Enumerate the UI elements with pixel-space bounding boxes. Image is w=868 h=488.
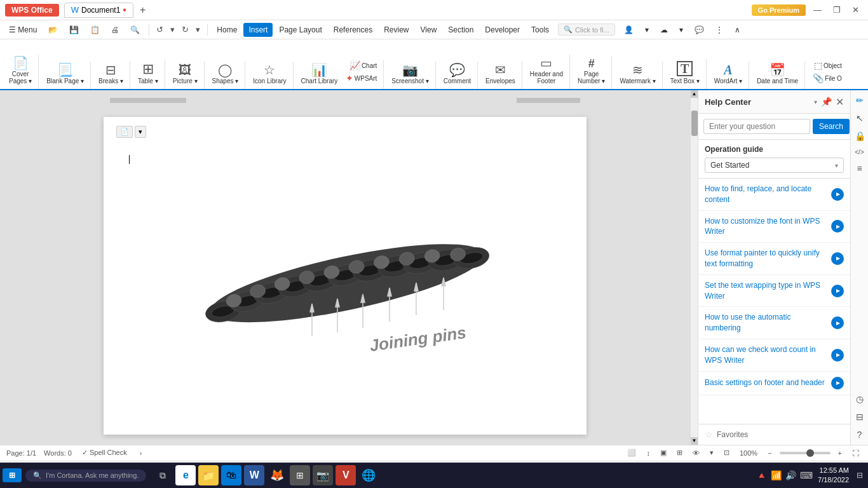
shapes-button[interactable]: ◯ Shapes ▾: [210, 62, 241, 86]
tools-menu[interactable]: Tools: [526, 23, 554, 37]
textbox-button[interactable]: T Text Box ▾: [668, 59, 702, 86]
minimize-button[interactable]: —: [810, 4, 825, 16]
help-search-button[interactable]: Search: [813, 119, 850, 134]
object-button[interactable]: ⬚ Object: [810, 60, 844, 71]
wordart-button[interactable]: A WordArt ▾: [712, 62, 745, 86]
store-taskbar-icon[interactable]: 🛍: [221, 465, 241, 485]
add-tab-button[interactable]: +: [136, 4, 149, 16]
collapse-ribbon[interactable]: ∧: [729, 23, 745, 37]
table-button[interactable]: ⊞ Table ▾: [135, 60, 161, 86]
menu-hamburger[interactable]: ☰ Menu: [4, 23, 42, 37]
toolbar-saveas[interactable]: 📋: [85, 23, 105, 37]
pin-icon[interactable]: 📌: [820, 95, 833, 108]
insert-menu[interactable]: Insert: [243, 23, 273, 37]
developer-menu[interactable]: Developer: [480, 23, 525, 37]
undo-button[interactable]: ↺: [153, 23, 166, 36]
toolbar-preview[interactable]: 🔍: [125, 23, 145, 37]
view-mode-3[interactable]: ▣: [658, 448, 669, 458]
explorer-taskbar-icon[interactable]: 📁: [198, 465, 219, 485]
share-dropdown[interactable]: ▾: [640, 23, 654, 37]
help-search-input[interactable]: [703, 119, 810, 134]
cortana-search[interactable]: 🔍 I'm Cortana. Ask me anything.: [25, 470, 146, 482]
zoom-out-button[interactable]: −: [765, 449, 774, 458]
layers-toolbar-button[interactable]: ⊟: [852, 409, 867, 424]
wps-office-button[interactable]: WPS Office: [5, 4, 59, 17]
chrome-taskbar-icon[interactable]: 🌐: [358, 465, 379, 485]
document-tab[interactable]: W Document1 •: [64, 3, 133, 18]
guide-item-auto-numbering[interactable]: How to use the automatic numbering: [698, 307, 850, 339]
scroll-thumb[interactable]: [691, 111, 698, 136]
guide-item-word-count[interactable]: How can we check word count in WPS Write…: [698, 339, 850, 372]
network-icon[interactable]: 📶: [771, 470, 782, 480]
watermark-button[interactable]: ≋ Watermark ▾: [617, 62, 658, 86]
firefox-taskbar-icon[interactable]: 🦊: [267, 465, 287, 485]
breaks-button[interactable]: ⊟ Breaks ▾: [96, 62, 126, 86]
share-button[interactable]: 👤: [619, 23, 639, 37]
scroll-down-button[interactable]: ▼: [691, 437, 698, 445]
cloud-button[interactable]: ☁: [655, 23, 673, 37]
cursor-toolbar-button[interactable]: ↖: [852, 111, 867, 126]
zoom-percent[interactable]: 100%: [737, 449, 760, 458]
go-premium-button[interactable]: Go Premium: [752, 4, 806, 16]
keyboard-icon[interactable]: ⌨: [800, 470, 813, 480]
guide-item-text-wrapping[interactable]: Set the text wrapping type in WPS Writer: [698, 275, 850, 308]
history-toolbar-button[interactable]: ◷: [852, 391, 867, 407]
comment-button[interactable]: 💬 Comment: [441, 62, 473, 86]
view-mode-2[interactable]: ↕: [644, 449, 653, 458]
wpsart-button[interactable]: ✦ WPSArt: [341, 72, 379, 84]
favorites-row[interactable]: ☆ Favorites: [698, 424, 850, 445]
format-painter-play-button[interactable]: [831, 252, 844, 265]
settings-toolbar-button[interactable]: ≡: [852, 161, 867, 176]
get-started-dropdown[interactable]: Get Started ▾: [705, 158, 844, 173]
zoom-thumb[interactable]: [806, 449, 814, 457]
file-o-button[interactable]: 📎 File O: [810, 72, 844, 84]
header-footer-play-button[interactable]: [831, 377, 844, 390]
blank-page-button[interactable]: 📃 Blank Page ▾: [44, 62, 86, 86]
float-arrow-button[interactable]: ▾: [135, 126, 146, 138]
restore-button[interactable]: ❐: [829, 4, 844, 16]
view-mode-5[interactable]: 👁: [690, 449, 702, 458]
guide-item-find-replace[interactable]: How to find, replace, and locate content: [698, 179, 850, 211]
home-menu[interactable]: Home: [212, 23, 242, 37]
section-menu[interactable]: Section: [443, 23, 478, 37]
guide-item-header-footer[interactable]: Basic settings on footer and header: [698, 372, 850, 395]
redo-dropdown[interactable]: ▾: [193, 23, 203, 36]
find-replace-play-button[interactable]: [831, 188, 844, 201]
word-count-play-button[interactable]: [831, 349, 844, 362]
redo-button[interactable]: ↻: [179, 23, 192, 36]
screenshot-button[interactable]: 📷 Screenshot ▾: [389, 62, 431, 86]
view-mode-4[interactable]: ⊞: [674, 448, 685, 458]
envelopes-button[interactable]: ✉ Envelopes: [483, 62, 518, 86]
close-button[interactable]: ✕: [848, 4, 863, 16]
references-menu[interactable]: References: [329, 23, 377, 37]
pencil-toolbar-button[interactable]: ✏: [852, 93, 867, 108]
text-cursor-area[interactable]: [129, 155, 567, 166]
pagelayout-menu[interactable]: Page Layout: [274, 23, 327, 37]
customize-font-play-button[interactable]: [831, 220, 844, 233]
lock-toolbar-button[interactable]: 🔒: [852, 128, 867, 144]
document-scroll[interactable]: 📄 ▾: [0, 90, 690, 445]
vertical-scrollbar[interactable]: ▲ ▼: [690, 90, 698, 445]
page-number-button[interactable]: # PageNumber ▾: [575, 56, 607, 86]
toolbar-print[interactable]: 🖨: [106, 23, 124, 37]
view-mode-1[interactable]: ⬜: [625, 448, 639, 458]
chart-library-button[interactable]: 📊 Chart Library: [299, 62, 341, 86]
zoom-slider[interactable]: [780, 452, 831, 454]
comment-menu-btn[interactable]: 💬: [689, 23, 709, 37]
taskview-button[interactable]: ⧉: [153, 465, 173, 485]
view-mode-layout[interactable]: ⊡: [721, 448, 732, 458]
spell-check-button[interactable]: ✓ Spell Check: [79, 448, 130, 458]
zoom-in-button[interactable]: +: [836, 449, 844, 458]
help-close-button[interactable]: ✕: [836, 95, 844, 108]
word-taskbar-icon[interactable]: W: [244, 465, 264, 485]
toolbar-open[interactable]: 📂: [43, 23, 63, 37]
edge-taskbar-icon[interactable]: e: [175, 465, 196, 485]
calculator-taskbar-icon[interactable]: ⊞: [290, 465, 310, 485]
view-menu[interactable]: View: [416, 23, 442, 37]
chart-button[interactable]: 📈 Chart: [341, 60, 379, 71]
undo-dropdown[interactable]: ▾: [167, 23, 178, 36]
icon-library-button[interactable]: ☆ Icon Library: [250, 62, 288, 86]
header-footer-button[interactable]: ▭ Header andFooter: [527, 55, 566, 86]
volume-icon[interactable]: 🔊: [785, 470, 796, 480]
toolbar-save[interactable]: 💾: [64, 23, 84, 37]
